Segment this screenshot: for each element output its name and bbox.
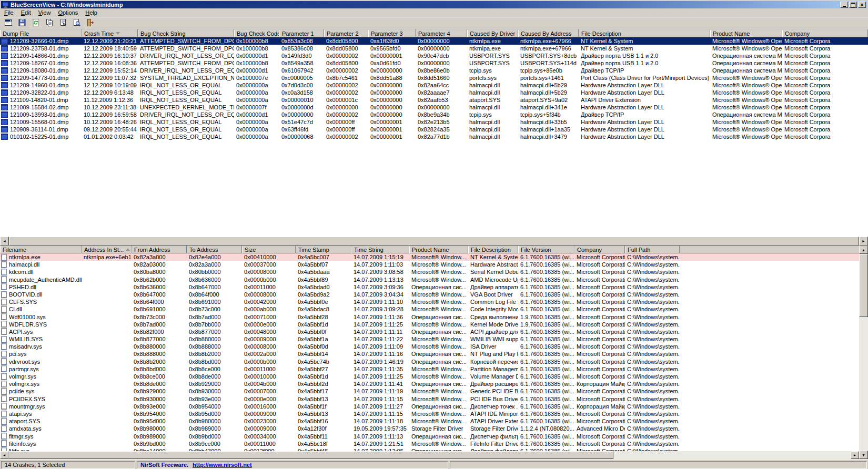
driver-row[interactable]: pci.sys0x8b8880000x8b8b20000x0002a0000x4… [0,350,859,358]
driver-row[interactable]: CLFS.SYS0x8b64f0000x8b6910000x000420000x… [0,298,859,305]
scroll-down-button[interactable]: ▼ [859,451,868,459]
crash-time-cell: 09.12.2009 20:55:44 [82,126,138,133]
upper-horizontal-scrollbar[interactable]: ◄ ► [0,237,868,246]
properties-button[interactable] [57,18,69,29]
driver-row[interactable]: halmacpi.dll0x82a030000x82a3a0000x000370… [0,261,859,268]
scroll-left-button[interactable]: ◄ [0,237,9,246]
menu-options[interactable]: Options [54,9,82,16]
driver-row[interactable]: Ntfs.sys0x8ba140000x8bb430000x0012f0000x… [0,447,859,451]
driver-row[interactable]: pciide.sys0x8b9290000x8b9300000x00007000… [0,388,859,395]
column-header-parameter-1[interactable]: Parameter 1 [279,29,324,37]
column-header-dump-file[interactable]: Dump File [0,29,82,37]
menu-edit[interactable]: Edit [17,9,35,16]
driver-row[interactable]: mcupdate_AuthenticAMD.dll0x8b62b0000x8b6… [0,276,859,283]
column-header-bug-check-string[interactable]: Bug Check String [138,29,234,37]
crash-row[interactable]: 121009-13993-01.dmp10.12.2009 16:59:58DR… [0,111,868,118]
column-header-filename[interactable]: Filename [0,246,82,253]
driver-row[interactable]: WMILIB.SYS0x8b8770000x8b8800000x00009000… [0,335,859,343]
crash-row[interactable]: 121209-18080-01.dmp12.12.2009 15:52:14DR… [0,67,868,74]
column-header-time-string[interactable]: Time String [351,246,409,253]
crash-row[interactable]: 121209-18267-01.dmp12.12.2009 16:08:36AT… [0,59,868,67]
copy-button[interactable] [43,18,55,29]
column-header-from-address[interactable]: From Address [132,246,187,253]
driver-row[interactable]: partmgr.sys0x8b8bd0000x8b8ce0000x0001100… [0,365,859,373]
column-header-crash-time[interactable]: Crash Time [82,29,138,37]
driver-row[interactable]: PCIIDEX.SYS0x8b9300000x8b93e0000x0000e00… [0,395,859,403]
column-header-caused-by-address[interactable]: Caused By Address [518,29,579,37]
scroll-left-button[interactable]: ◄ [0,451,8,459]
title-bar[interactable]: BlueScreenView - C:\Windows\minidump × [1,1,867,8]
advanced-options-button[interactable] [2,18,14,29]
crash-row[interactable]: 121209-32822-01.dmp12.12.2009 6:13:48IRQ… [0,89,868,96]
upper-hscroll-thumb[interactable] [9,237,859,246]
close-button[interactable]: × [858,2,866,8]
refresh-button[interactable] [29,18,42,29]
driver-row[interactable]: mountmgr.sys0x8b93e0000x8b9540000x000160… [0,403,859,410]
driver-row[interactable]: ACPI.sys0x8b82f0000x8b8770000x000480000x… [0,328,859,335]
size-cell: 0x00009000 [242,410,296,417]
crash-row[interactable]: 121209-14866-01.dmp12.12.2009 16:10:37DR… [0,52,868,59]
crash-list-rows: 121209-32666-01.dmp12.12.2009 21:20:21AT… [0,37,868,237]
lower-vscroll-thumb[interactable] [859,254,868,317]
column-header-bug-check-code[interactable]: Bug Check Code [234,29,279,37]
driver-row[interactable]: kdcom.dll0x80ba80000x80bb00000x000080000… [0,268,859,276]
column-header-file-description[interactable]: File Description [579,29,710,37]
column-header-product-name[interactable]: Product Name [409,246,468,253]
scroll-right-button[interactable]: ► [851,451,859,459]
column-header-label: Full Path [628,247,650,253]
column-header-file-version[interactable]: File Version [518,246,574,253]
driver-row[interactable]: BOOTVID.dll0x8b6470000x8b64f0000x0000800… [0,291,859,298]
column-header-parameter-4[interactable]: Parameter 4 [416,29,467,37]
column-header-product-name[interactable]: Product Name [710,29,782,37]
driver-row[interactable]: volmgrx.sys0x8b8de0000x8b9290000x0004b00… [0,380,859,388]
driver-row[interactable]: atapi.sys0x8b9540000x8b95d0000x000090000… [0,410,859,417]
driver-row[interactable]: WDFLDR.SYS0x8b7ad0000x8b7bb0000x0000e000… [0,321,859,328]
crash-row[interactable]: 121209-14960-01.dmp12.12.2009 10:19:09IR… [0,81,868,89]
driver-row[interactable]: volmgr.sys0x8b8ce0000x8b8de0000x00010000… [0,373,859,380]
driver-row[interactable]: Wdf01000.sys0x8b73c0000x8b7ad0000x000710… [0,313,859,321]
column-header-file-description[interactable]: File Description [468,246,518,253]
column-header-caused-by-driver[interactable]: Caused By Driver [467,29,518,37]
column-header-address-in-st[interactable]: Address In St... [82,246,132,253]
crash-row[interactable]: 120909-36114-01.dmp09.12.2009 20:55:44IR… [0,126,868,133]
crash-row[interactable]: 121209-14773-01.dmp12.12.2009 11:07:32SY… [0,74,868,81]
minimize-button[interactable] [840,2,848,8]
crash-row[interactable]: 121009-15584-02.dmp10.12.2009 23:11:38UN… [0,104,868,111]
driver-row[interactable]: vdrvroot.sys0x8b8b20000x8b8bd0000x0000b0… [0,358,859,365]
lower-vertical-scrollbar[interactable]: ▲ ▼ [859,246,868,459]
maximize-button[interactable] [849,2,857,8]
menu-help[interactable]: Help [82,9,101,16]
save-button[interactable] [16,18,28,29]
driver-row[interactable]: msisadrv.sys0x8b8800000x8b8880000x000080… [0,343,859,350]
find-button[interactable] [70,18,83,29]
driver-row[interactable]: ntkrnlpa.exentkrnlpa.exe+6eb150x82a3a000… [0,253,859,261]
exit-button[interactable] [84,18,96,29]
scroll-up-button[interactable]: ▲ [859,246,868,254]
driver-row[interactable]: fileinfo.sys0x8b9bd0000x8b9ce0000x000110… [0,440,859,447]
menu-view[interactable]: View [35,9,55,16]
driver-row[interactable]: CI.dll0x8b6910000x8b73c0000x000ab0000x4a… [0,305,859,313]
to-address-cell: 0x8bb43000 [187,447,242,451]
column-header-size[interactable]: Size [242,246,296,253]
column-header-to-address[interactable]: To Address [187,246,242,253]
driver-row[interactable]: fltmgr.sys0x8b9890000x8b9bd0000x00034000… [0,433,859,440]
nirsoft-url-link[interactable]: http://www.nirsoft.net [193,462,252,468]
crash-row[interactable]: 010102-15225-01.dmp01.01.2002 0:03:42IRQ… [0,133,868,140]
driver-row[interactable]: amdxata.sys0x8b9800000x8b9890000x0000900… [0,425,859,432]
column-header-full-path[interactable]: Full Path [625,246,680,253]
lower-hscroll-thumb[interactable] [8,451,613,459]
column-header-parameter-2[interactable]: Parameter 2 [324,29,368,37]
column-header-company[interactable]: Company [782,29,868,37]
driver-row[interactable]: PSHED.dll0x8b6360000x8b6470000x000110000… [0,283,859,291]
crash-row[interactable]: 121109-14820-01.dmp11.12.2009 1:12:36IRQ… [0,96,868,104]
column-header-time-stamp[interactable]: Time Stamp [296,246,351,253]
crash-row[interactable]: 121209-23758-01.dmp12.12.2009 18:40:59AT… [0,45,868,52]
crash-row[interactable]: 121009-15568-01.dmp10.12.2009 16:48:26IR… [0,118,868,126]
crash-row[interactable]: 121209-32666-01.dmp12.12.2009 21:20:21AT… [0,37,868,45]
scroll-right-button[interactable]: ► [859,237,868,246]
menu-file[interactable]: File [1,9,17,16]
column-header-company[interactable]: Company [574,246,625,253]
column-header-parameter-3[interactable]: Parameter 3 [368,29,416,37]
driver-row[interactable]: ataport.SYS0x8b95d0000x8b9800000x0002300… [0,417,859,425]
lower-horizontal-scrollbar[interactable]: ◄ ► [0,451,859,459]
